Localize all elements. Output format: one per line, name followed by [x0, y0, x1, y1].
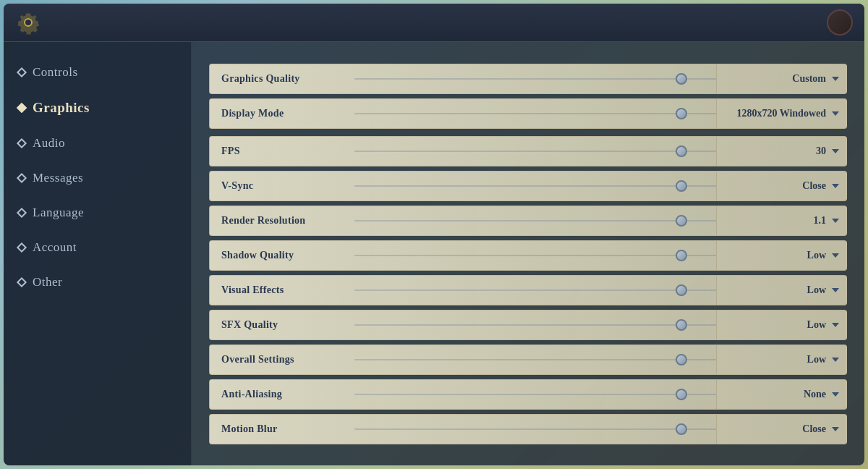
row-label-sfx-quality: SFX Quality — [210, 319, 354, 331]
slider-area-overall-settings — [354, 345, 716, 374]
diamond-icon — [17, 67, 27, 77]
row-value-motion-blur: Close — [728, 423, 826, 435]
body: ControlsGraphicsAudioMessagesLanguageAcc… — [4, 42, 864, 465]
settings-row-display-mode[interactable]: Display Mode1280x720 Windowed — [209, 98, 847, 129]
sidebar-item-account[interactable]: Account — [4, 232, 191, 263]
slider-handle-v-sync[interactable] — [676, 180, 687, 192]
dropdown-arrow-anti-aliasing — [832, 392, 839, 397]
value-area-graphics-quality[interactable]: Custom — [716, 64, 846, 93]
sidebar-label-graphics: Graphics — [33, 100, 90, 116]
sidebar-label-account: Account — [33, 240, 77, 255]
row-label-fps: FPS — [210, 145, 354, 157]
row-value-display-mode: 1280x720 Windowed — [728, 108, 826, 119]
slider-track-anti-aliasing — [354, 394, 716, 395]
dropdown-arrow-render-resolution — [832, 219, 839, 223]
diamond-icon — [17, 138, 27, 148]
settings-row-visual-effects[interactable]: Visual EffectsLow — [209, 275, 847, 305]
sidebar-label-language: Language — [33, 206, 84, 220]
value-area-sfx-quality[interactable]: Low — [716, 310, 846, 339]
row-label-motion-blur: Motion Blur — [210, 423, 354, 435]
row-value-visual-effects: Low — [728, 284, 826, 296]
slider-handle-anti-aliasing[interactable] — [676, 389, 687, 400]
value-area-motion-blur[interactable]: Close — [716, 415, 846, 444]
row-label-v-sync: V-Sync — [210, 180, 354, 192]
dropdown-arrow-shadow-quality — [832, 253, 839, 258]
sidebar-label-messages: Messages — [33, 171, 83, 185]
slider-handle-render-resolution[interactable] — [676, 215, 687, 227]
close-button[interactable] — [827, 9, 853, 35]
settings-row-shadow-quality[interactable]: Shadow QualityLow — [209, 240, 847, 271]
sidebar-item-language[interactable]: Language — [4, 197, 191, 229]
slider-area-sfx-quality — [354, 310, 716, 339]
value-area-shadow-quality[interactable]: Low — [716, 241, 846, 270]
settings-row-motion-blur[interactable]: Motion BlurClose — [209, 414, 847, 444]
settings-row-fps[interactable]: FPS30 — [209, 136, 847, 166]
dropdown-arrow-visual-effects — [832, 288, 839, 292]
dropdown-arrow-sfx-quality — [832, 323, 839, 327]
sidebar-item-audio[interactable]: Audio — [4, 127, 191, 159]
slider-handle-visual-effects[interactable] — [676, 284, 687, 296]
slider-area-display-mode — [354, 99, 716, 128]
row-label-overall-settings: Overall Settings — [210, 354, 354, 366]
dropdown-arrow-v-sync — [832, 184, 839, 188]
value-area-visual-effects[interactable]: Low — [716, 276, 846, 305]
slider-area-anti-aliasing — [354, 380, 716, 409]
slider-area-graphics-quality — [354, 64, 716, 93]
settings-row-v-sync[interactable]: V-SyncClose — [209, 171, 847, 201]
slider-track-shadow-quality — [354, 255, 716, 256]
settings-row-sfx-quality[interactable]: SFX QualityLow — [209, 310, 847, 340]
value-area-overall-settings[interactable]: Low — [716, 345, 846, 374]
slider-track-visual-effects — [354, 290, 716, 291]
sidebar-label-other: Other — [33, 275, 62, 290]
value-area-render-resolution[interactable]: 1.1 — [716, 206, 846, 235]
slider-track-fps — [354, 151, 716, 152]
slider-area-visual-effects — [354, 276, 716, 305]
slider-track-motion-blur — [354, 428, 716, 430]
slider-handle-motion-blur[interactable] — [676, 423, 687, 435]
row-value-shadow-quality: Low — [728, 250, 826, 261]
content-area: Graphics QualityCustomDisplay Mode1280x7… — [192, 42, 864, 465]
slider-area-motion-blur — [354, 415, 716, 444]
slider-area-render-resolution — [354, 206, 716, 235]
value-area-anti-aliasing[interactable]: None — [716, 380, 846, 409]
slider-handle-fps[interactable] — [676, 145, 687, 157]
dropdown-arrow-overall-settings — [832, 358, 839, 362]
settings-row-render-resolution[interactable]: Render Resolution1.1 — [209, 206, 847, 236]
diamond-icon — [17, 208, 27, 218]
sidebar-item-controls[interactable]: Controls — [4, 56, 191, 88]
row-label-graphics-quality: Graphics Quality — [210, 73, 354, 85]
row-value-graphics-quality: Custom — [728, 73, 826, 85]
value-area-display-mode[interactable]: 1280x720 Windowed — [716, 99, 846, 128]
row-value-sfx-quality: Low — [728, 319, 826, 331]
diamond-icon — [17, 242, 27, 253]
sidebar-item-messages[interactable]: Messages — [4, 162, 191, 194]
dropdown-arrow-display-mode — [832, 111, 839, 116]
slider-area-shadow-quality — [354, 241, 716, 270]
slider-track-overall-settings — [354, 359, 716, 360]
slider-handle-shadow-quality[interactable] — [676, 250, 687, 261]
slider-area-v-sync — [354, 172, 716, 200]
slider-track-sfx-quality — [354, 324, 716, 326]
sidebar-label-audio: Audio — [33, 136, 65, 151]
row-label-visual-effects: Visual Effects — [210, 284, 354, 296]
diamond-icon — [17, 173, 27, 183]
value-area-fps[interactable]: 30 — [716, 137, 846, 166]
gear-icon — [15, 9, 41, 35]
settings-row-graphics-quality[interactable]: Graphics QualityCustom — [209, 64, 847, 94]
row-value-overall-settings: Low — [728, 354, 826, 366]
settings-modal: ControlsGraphicsAudioMessagesLanguageAcc… — [4, 4, 864, 465]
slider-handle-graphics-quality[interactable] — [676, 73, 687, 85]
settings-row-overall-settings[interactable]: Overall SettingsLow — [209, 345, 847, 375]
sidebar-item-graphics[interactable]: Graphics — [4, 91, 191, 124]
value-area-v-sync[interactable]: Close — [716, 172, 846, 200]
settings-row-anti-aliasing[interactable]: Anti-AliasingNone — [209, 379, 847, 410]
diamond-icon — [17, 103, 27, 113]
row-label-shadow-quality: Shadow Quality — [210, 250, 354, 261]
row-value-render-resolution: 1.1 — [728, 215, 826, 227]
row-label-display-mode: Display Mode — [210, 108, 354, 119]
slider-handle-sfx-quality[interactable] — [676, 319, 687, 331]
slider-handle-display-mode[interactable] — [676, 108, 687, 119]
sidebar-item-other[interactable]: Other — [4, 266, 191, 298]
row-value-fps: 30 — [728, 145, 826, 157]
slider-handle-overall-settings[interactable] — [676, 354, 687, 366]
